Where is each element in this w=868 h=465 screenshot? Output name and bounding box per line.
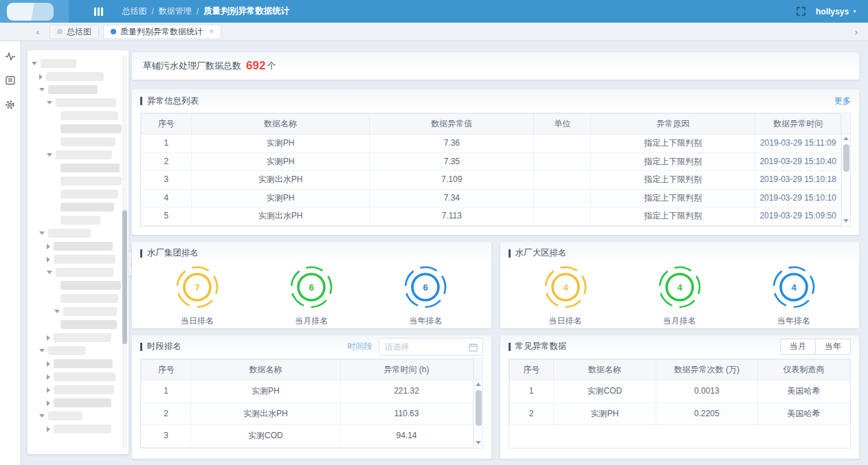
time-range-picker[interactable] — [379, 338, 483, 356]
scroll-thumb[interactable] — [843, 144, 849, 172]
chevron-down-icon[interactable] — [47, 153, 52, 157]
tree-node[interactable] — [27, 357, 122, 370]
table-scrollbar[interactable] — [474, 360, 482, 447]
tree-node[interactable] — [27, 148, 122, 161]
breadcrumb-item[interactable]: 质量判别异常数据统计 — [203, 5, 289, 17]
menu-icon[interactable] — [94, 8, 103, 16]
tree-node[interactable] — [27, 201, 122, 214]
activity-monitor-icon[interactable] — [5, 52, 16, 61]
tabs-scroll-right-icon[interactable]: › — [850, 27, 863, 36]
tree-node[interactable] — [27, 135, 122, 148]
tree-node[interactable] — [27, 227, 122, 240]
tree-node[interactable] — [27, 396, 122, 409]
chevron-down-icon[interactable] — [47, 101, 52, 104]
table-cell: 0.0013 — [656, 380, 758, 402]
scroll-thumb[interactable] — [476, 390, 482, 426]
user-menu[interactable]: hollysys ▼ — [816, 7, 857, 16]
table-scrollbar[interactable] — [841, 114, 850, 225]
scroll-down-icon[interactable] — [476, 441, 481, 444]
tree-node[interactable] — [27, 422, 122, 435]
title-accent-bar — [140, 343, 142, 351]
tree-node[interactable] — [27, 188, 122, 201]
tree-node[interactable] — [27, 253, 122, 266]
total-count: 692 — [246, 59, 265, 73]
scroll-down-icon[interactable] — [843, 219, 849, 223]
chevron-down-icon[interactable] — [39, 231, 45, 235]
breadcrumb: 总括图/数据管理/质量判别异常数据统计 — [122, 5, 290, 17]
tree-node[interactable] — [27, 83, 122, 96]
fullscreen-icon[interactable] — [797, 7, 805, 16]
chevron-right-icon[interactable] — [47, 427, 50, 432]
table-cell — [534, 207, 591, 226]
main-panels: 草铺污水处理厂数据总数 692 个 异常信息列表 更多 序号数据名称数据异常值单… — [132, 52, 859, 459]
scroll-up-icon[interactable] — [843, 137, 849, 140]
chevron-down-icon[interactable] — [39, 349, 45, 352]
redacted-tree-label — [56, 150, 112, 159]
tree-node[interactable] — [27, 279, 122, 292]
tree-scroll-thumb[interactable] — [122, 210, 127, 344]
top-header-bar: 总括图/数据管理/质量判别异常数据统计 hollysys ▼ — [0, 0, 868, 23]
scroll-up-icon[interactable] — [476, 383, 481, 386]
close-icon[interactable]: × — [209, 27, 214, 36]
scrollbar-header-cap — [842, 114, 850, 134]
tree-node[interactable] — [27, 331, 122, 344]
tree-node[interactable] — [27, 292, 122, 305]
table-row: 3实测出水PH7.109指定上下限判别2019-03-29 15:10:18 — [142, 171, 841, 190]
chevron-right-icon[interactable] — [47, 335, 50, 341]
svg-text:4: 4 — [791, 282, 797, 292]
rank-label: 当日排名 — [175, 315, 219, 327]
table-cell: 3 — [142, 171, 192, 190]
chevron-down-icon[interactable] — [39, 88, 45, 91]
scroll-track[interactable] — [842, 143, 850, 216]
breadcrumb-item[interactable]: 数据管理 — [159, 5, 192, 17]
tree-node[interactable] — [27, 70, 122, 83]
tree-node[interactable] — [27, 214, 122, 227]
tree-node[interactable] — [27, 109, 122, 122]
tab-0[interactable]: 总括图 — [49, 25, 99, 39]
table-cell: 7.35 — [370, 152, 534, 171]
gear-icon[interactable] — [5, 100, 15, 110]
tree-scrollbar[interactable] — [122, 56, 127, 449]
current-month-button[interactable]: 当月 — [780, 339, 815, 355]
region-ranking-panel: 水厂大区排名 4 当日排名 4 当月排名 — [500, 242, 860, 328]
tree-node[interactable] — [27, 344, 122, 357]
current-year-button[interactable]: 当年 — [815, 339, 851, 355]
chevron-right-icon[interactable] — [47, 361, 50, 367]
tree-node[interactable] — [27, 57, 122, 70]
tabs-scroll-left-icon[interactable]: ‹ — [32, 27, 44, 36]
tree-node[interactable] — [27, 161, 122, 174]
tree-node[interactable] — [27, 383, 122, 396]
tree-node[interactable] — [27, 122, 122, 135]
time-range-input[interactable] — [385, 342, 465, 352]
chevron-right-icon[interactable] — [47, 244, 50, 249]
tree-node[interactable] — [27, 305, 122, 318]
tree-node[interactable] — [27, 370, 122, 383]
table-cell: 指定上下限判别 — [591, 152, 755, 171]
chevron-down-icon[interactable] — [54, 310, 60, 313]
form-list-icon[interactable] — [5, 76, 15, 85]
table-row: 5实测出水PH7.113指定上下限判别2019-03-29 15:09:50 — [142, 207, 841, 226]
tree-node[interactable] — [27, 96, 122, 109]
table-cell — [534, 135, 591, 153]
tree-node[interactable] — [27, 174, 122, 188]
chevron-down-icon[interactable] — [47, 271, 52, 274]
svg-text:6: 6 — [423, 282, 428, 292]
chevron-right-icon[interactable] — [47, 374, 50, 380]
scroll-track[interactable] — [474, 389, 482, 438]
chevron-down-icon[interactable] — [32, 62, 37, 65]
breadcrumb-item[interactable]: 总括图 — [122, 5, 147, 17]
column-header: 异常时间 (h) — [340, 359, 473, 380]
chevron-down-icon[interactable] — [39, 414, 45, 418]
tree-node[interactable] — [27, 266, 122, 279]
chevron-right-icon[interactable] — [47, 387, 50, 393]
chevron-right-icon[interactable] — [39, 74, 43, 80]
table-cell — [534, 189, 591, 207]
tree-node[interactable] — [27, 240, 122, 253]
tab-1[interactable]: 质量判别异常数据统计 × — [103, 25, 221, 39]
table-cell: 1 — [142, 380, 191, 402]
tree-node[interactable] — [27, 318, 122, 331]
more-link[interactable]: 更多 — [834, 95, 851, 107]
tree-node[interactable] — [27, 409, 122, 422]
chevron-right-icon[interactable] — [47, 257, 50, 262]
chevron-right-icon[interactable] — [47, 400, 50, 406]
